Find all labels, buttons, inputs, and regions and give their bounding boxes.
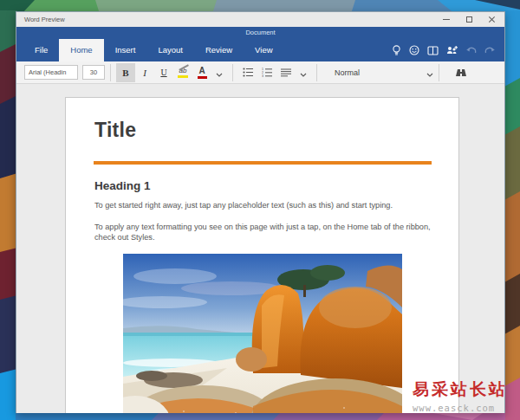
binoculars-find-icon <box>455 68 467 77</box>
share-people-icon[interactable] <box>446 45 458 55</box>
underline-button[interactable]: U <box>154 63 173 82</box>
document-photo[interactable] <box>123 254 402 413</box>
toolbar-divider <box>232 64 233 81</box>
watermark-brand: 易采站长站 <box>413 378 508 401</box>
chevron-down-icon[interactable] <box>216 65 223 81</box>
doc-paragraph-line: check out Styles. <box>94 232 431 242</box>
toolbar-divider <box>316 64 317 81</box>
tab-home[interactable]: Home <box>59 39 103 61</box>
svg-text:3: 3 <box>262 74 263 77</box>
read-mode-icon[interactable] <box>427 46 439 55</box>
bullet-list-icon <box>243 68 254 77</box>
alignment-button[interactable] <box>276 63 296 82</box>
word-preview-window: Word Preview Document File Home Insert L… <box>16 11 505 413</box>
title-accent-rule <box>94 161 432 165</box>
ribbon-header: Document File Home Insert Layout Review … <box>16 27 504 61</box>
watermark-url: www.easck.com <box>413 403 508 413</box>
highlight-button[interactable]: ab <box>173 63 192 82</box>
font-size-input[interactable]: 30 <box>82 65 105 80</box>
doc-heading1-text[interactable]: Heading 1 <box>94 179 151 192</box>
watermark: 易采站长站 www.easck.com <box>413 378 508 413</box>
style-dropdown[interactable]: Normal <box>322 63 433 82</box>
document-canvas: Title Heading 1 To get started right awa… <box>16 85 504 413</box>
numbered-list-button[interactable]: 123 <box>257 63 276 82</box>
chevron-down-icon <box>426 65 433 81</box>
close-button[interactable] <box>482 12 501 27</box>
maximize-button[interactable] <box>459 12 478 27</box>
bullet-list-button[interactable] <box>238 63 257 82</box>
maximize-icon <box>466 16 472 23</box>
formatting-toolbar: Arial (Headin 30 B I U ab A <box>16 61 504 84</box>
document-page[interactable]: Title Heading 1 To get started right awa… <box>65 97 459 413</box>
align-icon <box>281 68 291 77</box>
tab-file[interactable]: File <box>23 39 59 61</box>
minimize-icon <box>443 19 450 20</box>
numbered-list-icon: 123 <box>262 68 273 77</box>
tab-view[interactable]: View <box>244 39 283 61</box>
style-value: Normal <box>335 68 426 77</box>
screenshot-stage: Word Preview Document File Home Insert L… <box>0 0 520 420</box>
font-name-input[interactable]: Arial (Headin <box>24 65 78 80</box>
smiley-icon[interactable] <box>409 45 419 55</box>
tab-layout[interactable]: Layout <box>146 39 194 61</box>
undo-icon[interactable] <box>465 46 477 55</box>
chevron-down-icon[interactable] <box>300 65 307 81</box>
tab-insert[interactable]: Insert <box>104 39 147 61</box>
find-button[interactable] <box>452 63 471 82</box>
doc-paragraph[interactable]: To apply any text formatting you see on … <box>94 222 431 242</box>
highlight-icon: ab <box>178 68 188 78</box>
window-titlebar[interactable]: Word Preview <box>16 12 504 27</box>
toolbar-divider <box>439 64 439 81</box>
window-title: Word Preview <box>24 16 437 23</box>
toolbar-divider <box>110 64 111 81</box>
document-name: Document <box>16 29 504 36</box>
redo-icon[interactable] <box>484 46 496 55</box>
ribbon-right-icons <box>392 39 496 61</box>
italic-button[interactable]: I <box>135 63 154 82</box>
doc-paragraph-line: To apply any text formatting you see on … <box>94 222 431 232</box>
doc-paragraph[interactable]: To get started right away, just tap any … <box>94 200 393 210</box>
font-color-button[interactable]: A <box>192 63 211 82</box>
tab-review[interactable]: Review <box>194 39 244 61</box>
font-color-icon: A <box>198 67 207 79</box>
ribbon-tabs: File Home Insert Layout Review View <box>23 39 284 61</box>
beach-photo-illustration <box>123 254 402 413</box>
bold-button[interactable]: B <box>116 63 135 82</box>
lightbulb-icon[interactable] <box>392 45 401 56</box>
minimize-button[interactable] <box>437 12 456 27</box>
doc-title-text[interactable]: Title <box>94 119 136 142</box>
close-icon <box>488 16 496 23</box>
